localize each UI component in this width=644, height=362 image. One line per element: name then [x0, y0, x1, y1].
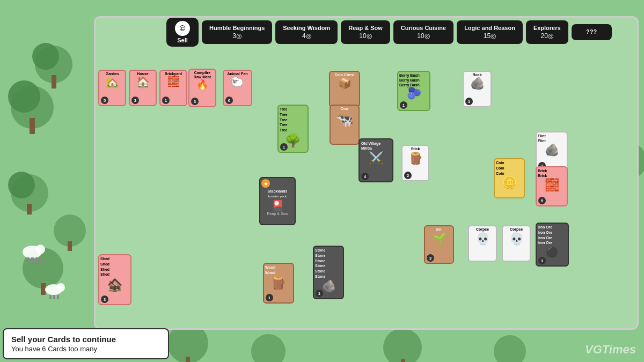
card-corpse-2-title: Corpse [510, 227, 523, 232]
card-tree-labels: TreeTreeTreeTreeTree [280, 107, 306, 133]
card-garden-count: 5 [101, 97, 108, 104]
card-iron-ore-labels: Iron OreIron OreIron OreIron Ore [538, 225, 567, 246]
vgtimes-watermark: VGTimes [585, 343, 636, 357]
card-stone-count: 1 [316, 290, 323, 297]
card-berry-bush-labels: Berry BushBerry BushBerry Bush [399, 73, 428, 87]
card-stone-icon: 🪨 [321, 279, 336, 293]
card-stick[interactable]: Stick 🪵 2 [401, 145, 429, 181]
card-campfire[interactable]: CampfireRaw Meat 🔥 3 [188, 69, 216, 107]
card-tree[interactable]: TreeTreeTreeTreeTree 🌳 1 [277, 105, 309, 153]
card-flint-icon: 🪨 [545, 143, 559, 157]
pack-reap-sow[interactable]: Reap & Sow 10◎ [341, 20, 390, 44]
card-soil-count: 3 [427, 254, 434, 262]
card-corpse-2-icon: 💀 [509, 232, 524, 246]
card-berry-bush-icon: 🫐 [407, 87, 421, 99]
top-bar: © Sell Humble Beginnings 3◎ Seeking Wisd… [166, 17, 636, 47]
notification-title: Sell your Cards to continue [11, 335, 160, 344]
card-stick-count: 2 [404, 172, 412, 179]
card-brickyard[interactable]: Brickyard 🧱 1 [159, 70, 187, 106]
card-stone[interactable]: StoneStoneStoneStoneStoneStone 🪨 1 [313, 246, 344, 299]
card-garden-title: Garden [106, 72, 119, 76]
card-soil-title: Soil [436, 227, 443, 232]
card-corpse-1[interactable]: Corpse 💀 [468, 225, 497, 262]
card-rock[interactable]: Rock 🪨 1 [463, 71, 492, 107]
card-house-icon: 🏠 [136, 77, 150, 87]
card-wood-icon: 🪵 [270, 276, 287, 291]
card-corpse-1-title: Corpse [476, 227, 489, 232]
card-flint[interactable]: FlintFlint 🪨 2 [536, 131, 568, 172]
card-old-village-title: Old VillageMilitia [361, 141, 391, 151]
card-brick-count: 5 [538, 197, 546, 204]
notification-subtitle: You have 6 Cards too many [11, 345, 160, 353]
card-coin-chest-icon: 📦 [338, 78, 352, 88]
sell-button[interactable]: © Sell [166, 18, 199, 47]
card-old-village-icon: ⚔️ [369, 151, 383, 165]
pack-curious-cuisine[interactable]: Curious Cuisine 10◎ [393, 20, 453, 44]
card-stone-labels: StoneStoneStoneStoneStoneStone [315, 248, 342, 279]
card-iron-ore-icon: ⚫ [546, 246, 559, 258]
pack-humble-beginnings[interactable]: Humble Beginnings 3◎ [202, 20, 272, 44]
card-campfire-title: CampfireRaw Meat [194, 71, 211, 80]
pack-logic-reason[interactable]: Logic and Reason 15◎ [457, 20, 523, 44]
card-old-village-count: 4 [361, 173, 369, 180]
card-stick-title: Stick [411, 147, 420, 151]
card-cow[interactable]: Cow 🐄 [330, 105, 360, 145]
card-soil-icon: 🌱 [432, 232, 447, 246]
card-wood-count: 1 [266, 294, 273, 301]
card-brickyard-icon: 🧱 [167, 77, 179, 86]
card-house-count: 3 [131, 97, 139, 104]
card-rock-icon: 🪨 [470, 78, 485, 90]
sell-label: Sell [177, 37, 188, 43]
card-coin[interactable]: CoinCoinCoin 🪙 [494, 158, 525, 198]
card-animal-pen[interactable]: Animal Pen 🐑 0 [223, 70, 252, 106]
card-tree-count: 1 [280, 143, 288, 151]
card-old-village[interactable]: Old VillageMilitia ⚔️ 4 [358, 138, 393, 182]
pack-star-icon: ★ [261, 179, 270, 188]
card-garden[interactable]: Garden 🏡 5 [98, 70, 126, 106]
card-cow-title: Cow [341, 107, 349, 110]
card-corpse-2[interactable]: Corpse 💀 [502, 225, 531, 262]
card-iron-ore-count: 3 [538, 257, 546, 264]
card-corpse-1-icon: 💀 [475, 232, 490, 246]
card-campfire-count: 3 [191, 98, 199, 105]
pack-seeking-wisdom[interactable]: Seeking Wisdom 4◎ [275, 20, 338, 44]
card-brickyard-title: Brickyard [165, 72, 182, 76]
card-stick-icon: 🪵 [408, 152, 423, 166]
card-house-title: House [137, 72, 148, 76]
card-iron-ore[interactable]: Iron OreIron OreIron OreIron Ore ⚫ 3 [536, 223, 569, 267]
pack-explorers[interactable]: Explorers 20◎ [526, 20, 568, 44]
card-stacklands-pack[interactable]: ★ Stacklandsbooster pack 🎴 Reap & Sow [259, 177, 296, 225]
card-shed-icon: 🏚️ [107, 277, 123, 292]
card-rock-count: 1 [465, 98, 473, 105]
card-stacklands-icon: 🎴 [271, 199, 284, 212]
card-wood-labels: WoodWood [265, 265, 292, 276]
card-coin-chest-title: Coin Chest [335, 73, 355, 77]
card-flint-labels: FlintFlint [538, 134, 566, 143]
sell-icon: © [175, 21, 190, 36]
card-animal-pen-icon: 🐑 [231, 77, 244, 87]
card-brick-icon: 🧱 [545, 178, 559, 192]
card-brick[interactable]: BrickBrick 🧱 5 [536, 166, 568, 206]
card-brickyard-count: 1 [162, 97, 170, 104]
pack-mystery[interactable]: ??? [572, 24, 612, 40]
card-stacklands-title: Stacklandsbooster pack [268, 189, 288, 199]
card-shed-count: 3 [101, 295, 108, 303]
card-campfire-icon: 🔥 [196, 80, 208, 90]
card-wood[interactable]: WoodWood 🪵 1 [263, 263, 294, 304]
card-shed-labels: ShedShedShedShed [100, 256, 129, 277]
card-coin-labels: CoinCoinCoin [496, 160, 523, 176]
card-coin-chest[interactable]: Coin Chest 📦 [329, 71, 360, 107]
card-garden-icon: 🏡 [106, 77, 119, 87]
card-animal-pen-title: Animal Pen [227, 72, 247, 76]
card-stacklands-sub: Reap & Sow [267, 212, 288, 216]
card-brick-labels: BrickBrick [538, 168, 566, 178]
card-shed[interactable]: ShedShedShedShed 🏚️ 3 [98, 254, 131, 305]
card-coin-icon: 🪙 [502, 176, 517, 190]
card-soil[interactable]: Soil 🌱 3 [424, 225, 454, 264]
card-cow-icon: 🐄 [336, 112, 353, 128]
card-berry-bush[interactable]: Berry BushBerry BushBerry Bush 🫐 1 [397, 71, 430, 111]
card-house[interactable]: House 🏠 3 [129, 70, 157, 106]
card-berry-bush-count: 1 [400, 101, 407, 109]
notification-box: Sell your Cards to continue You have 6 C… [3, 328, 169, 359]
card-animal-pen-count: 0 [225, 97, 233, 104]
